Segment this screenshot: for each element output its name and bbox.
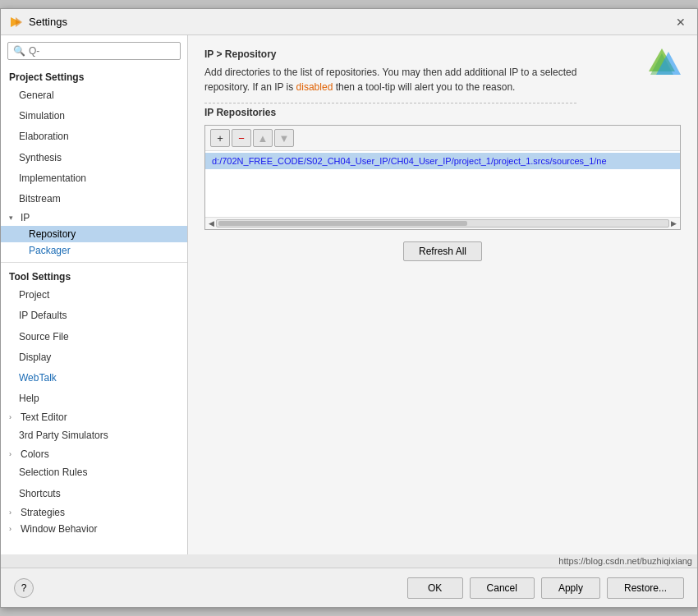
sidebar-item-selection-rules[interactable]: Selection Rules xyxy=(1,462,187,483)
sidebar-item-ip-defaults[interactable]: IP Defaults xyxy=(1,306,187,326)
brand-logo xyxy=(644,45,681,85)
chevron-down-icon: ▾ xyxy=(9,214,17,222)
main-content: 🔍 Project Settings General Simulation El… xyxy=(1,35,697,554)
sidebar-item-3rd-party[interactable]: 3rd Party Simulators xyxy=(1,425,187,446)
ok-button[interactable]: OK xyxy=(407,577,463,599)
settings-window: Settings ✕ 🔍 Project Settings General Si… xyxy=(0,8,698,608)
search-icon: 🔍 xyxy=(13,45,25,57)
sidebar-item-general[interactable]: General xyxy=(1,85,187,106)
repo-item-1[interactable]: d:/702N_FREE_CODE/S02_CH04_User_IP/CH04_… xyxy=(205,153,680,169)
title-bar-left: Settings xyxy=(9,16,67,29)
sidebar-item-text-editor[interactable]: › Text Editor xyxy=(1,409,187,425)
refresh-all-button[interactable]: Refresh All xyxy=(403,241,482,261)
move-down-button[interactable]: ▼ xyxy=(274,129,294,147)
repo-toolbar: + − ▲ ▼ xyxy=(205,126,680,151)
app-icon xyxy=(9,16,22,29)
divider-1 xyxy=(1,262,187,263)
cancel-button[interactable]: Cancel xyxy=(470,577,535,599)
search-input[interactable] xyxy=(29,45,175,57)
project-settings-header: Project Settings xyxy=(1,67,187,85)
svg-marker-1 xyxy=(16,17,22,27)
move-up-button[interactable]: ▲ xyxy=(253,129,273,147)
sidebar-item-packager[interactable]: Packager xyxy=(1,242,187,259)
scrollbar-area: ◀ ▶ xyxy=(209,219,677,228)
sidebar-item-repository[interactable]: Repository xyxy=(1,226,187,242)
sidebar-item-shortcuts[interactable]: Shortcuts xyxy=(1,484,187,504)
desc-part1: Add directories to the list of repositor… xyxy=(204,67,576,78)
header-top: IP > Repository Add directories to the l… xyxy=(204,48,681,107)
desc-disabled: disabled xyxy=(296,81,333,93)
sidebar-item-window-behavior[interactable]: › Window Behavior xyxy=(1,521,187,537)
sidebar-item-bitstream[interactable]: Bitstream xyxy=(1,189,187,209)
sidebar-item-strategies[interactable]: › Strategies xyxy=(1,504,187,521)
sidebar-item-colors[interactable]: › Colors xyxy=(1,446,187,462)
panel-breadcrumb: IP > Repository xyxy=(204,48,576,60)
repo-list: d:/702N_FREE_CODE/S02_CH04_User_IP/CH04_… xyxy=(205,151,680,217)
window-title: Settings xyxy=(29,16,67,28)
sidebar-item-display[interactable]: Display xyxy=(1,347,187,368)
sidebar-item-synthesis[interactable]: Synthesis xyxy=(1,148,187,168)
right-panel: IP > Repository Add directories to the l… xyxy=(188,35,697,554)
desc-part2: repository. If an IP is xyxy=(204,81,296,93)
bottom-right: OK Cancel Apply Restore... xyxy=(407,577,684,599)
close-button[interactable]: ✕ xyxy=(673,14,689,30)
sidebar-ip-label: IP xyxy=(21,212,30,223)
bottom-left: ? xyxy=(14,578,34,598)
chevron-right-icon: › xyxy=(9,413,17,421)
desc-part3: then a tool-tip will alert you to the re… xyxy=(333,81,515,93)
sidebar-item-implementation[interactable]: Implementation xyxy=(1,168,187,189)
scroll-right-icon[interactable]: ▶ xyxy=(671,219,677,228)
chevron-right-icon-3: › xyxy=(9,508,17,517)
bottom-bar: ? OK Cancel Apply Restore... xyxy=(1,568,697,607)
h-scrollbar[interactable] xyxy=(216,219,669,228)
repo-box: + − ▲ ▼ d:/702N_FREE_CODE/S02_CH04_User_… xyxy=(204,125,681,230)
sidebar-colors-label: Colors xyxy=(21,448,49,460)
brand-logo-icon xyxy=(644,45,681,82)
sidebar-strategies-label: Strategies xyxy=(21,507,65,518)
tool-settings-header: Tool Settings xyxy=(1,266,187,285)
sidebar-item-help[interactable]: Help xyxy=(1,388,187,409)
sidebar-window-behavior-label: Window Behavior xyxy=(21,523,97,535)
sidebar-item-elaboration[interactable]: Elaboration xyxy=(1,126,187,147)
apply-button[interactable]: Apply xyxy=(541,577,600,599)
sidebar-item-source-file[interactable]: Source File xyxy=(1,327,187,347)
scrollbar-row: ◀ ▶ xyxy=(205,217,680,229)
sidebar-item-simulation[interactable]: Simulation xyxy=(1,106,187,126)
h-scrollbar-thumb xyxy=(218,221,467,226)
add-repo-button[interactable]: + xyxy=(210,129,230,147)
remove-repo-button[interactable]: − xyxy=(232,129,251,147)
sidebar-item-project[interactable]: Project xyxy=(1,285,187,306)
help-button[interactable]: ? xyxy=(14,578,34,598)
title-bar: Settings ✕ xyxy=(1,9,697,35)
restore-button[interactable]: Restore... xyxy=(607,577,684,599)
chevron-right-icon-4: › xyxy=(9,525,17,533)
sidebar-text-editor-label: Text Editor xyxy=(21,411,67,423)
scroll-left-icon[interactable]: ◀ xyxy=(209,219,214,228)
chevron-right-icon-2: › xyxy=(9,450,17,458)
section-title: IP Repositories xyxy=(204,107,681,118)
refresh-all-row: Refresh All xyxy=(204,241,681,261)
sidebar-item-ip[interactable]: ▾ IP xyxy=(1,209,187,226)
panel-description: Add directories to the list of repositor… xyxy=(204,65,576,103)
header-text: IP > Repository Add directories to the l… xyxy=(204,48,576,107)
url-bar: https://blog.csdn.net/buzhiqixiang xyxy=(1,554,697,568)
repo-container: + − ▲ ▼ d:/702N_FREE_CODE/S02_CH04_User_… xyxy=(204,125,681,230)
search-box[interactable]: 🔍 xyxy=(7,42,181,60)
sidebar: 🔍 Project Settings General Simulation El… xyxy=(1,35,188,554)
sidebar-item-webtalk[interactable]: WebTalk xyxy=(1,368,187,388)
